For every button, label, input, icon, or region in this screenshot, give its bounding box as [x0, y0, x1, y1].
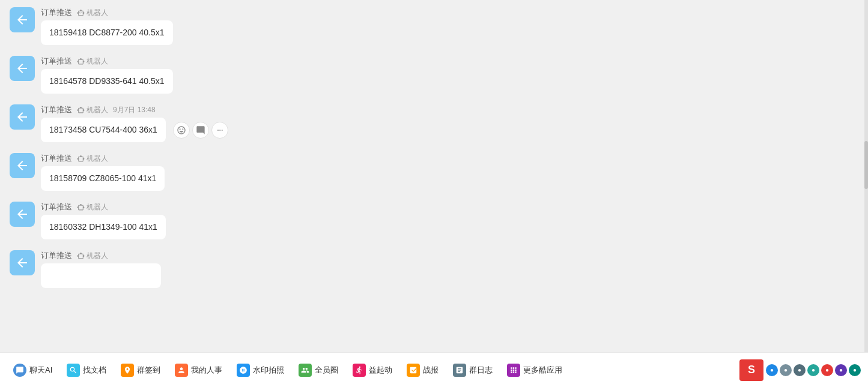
sender-name: 订单推送 — [41, 202, 72, 212]
brand-purple: ● — [835, 364, 847, 376]
avatar — [10, 7, 35, 32]
message-meta: 订单推送 机器人 — [41, 7, 173, 18]
message-content: 订单推送 机器人 18158709 CZ8065-100 41x1 — [41, 153, 165, 191]
battle-report-icon — [407, 364, 420, 377]
brand-icon-group: ● ● ● ● ● ● ● — [766, 364, 861, 376]
emoji-reaction-button[interactable] — [173, 122, 190, 139]
message-text: 18164578 DD9335-641 40.5x1 — [49, 76, 165, 86]
message-group-partial: 订单推送 机器人 — [10, 250, 858, 288]
toolbar-label: 益起动 — [369, 365, 392, 376]
message-group: 订单推送 机器人 18164578 DD9335-641 40.5x1 — [10, 56, 858, 94]
message-content: 订单推送 机器人 9月7日 13:48 18173458 CU7544-400 … — [41, 104, 228, 142]
sender-name: 订单推送 — [41, 56, 72, 67]
toolbar-item-more-apps[interactable]: 更多酷应用 — [501, 360, 568, 380]
group-sign-icon — [121, 364, 134, 377]
message-bubble — [41, 263, 161, 288]
message-text: 18158709 CZ8065-100 41x1 — [49, 173, 156, 183]
toolbar-item-all-circle[interactable]: 全员圈 — [293, 360, 344, 380]
avatar — [10, 153, 35, 178]
robot-label: 机器人 — [86, 56, 108, 67]
avatar — [10, 104, 35, 130]
toolbar-item-watermark[interactable]: 水印拍照 — [231, 360, 290, 380]
avatar — [10, 56, 35, 81]
toolbar-label: 聊天AI — [29, 365, 52, 376]
message-bubble: 18160332 DH1349-100 41x1 — [41, 215, 166, 239]
scrollbar[interactable] — [864, 0, 868, 352]
yi-run-icon — [353, 364, 366, 377]
my-person-icon — [175, 364, 188, 377]
brand-red2: ● — [821, 364, 833, 376]
robot-tag: 机器人 — [77, 8, 108, 18]
avatar — [10, 202, 35, 227]
robot-tag: 机器人 — [77, 56, 108, 67]
bottom-right-icons: S ● ● ● ● ● ● ● — [739, 359, 861, 381]
toolbar-label: 找文档 — [83, 365, 106, 376]
message-group: 订单推送 机器人 18159418 DC8877-200 40.5x1 — [10, 7, 858, 45]
sender-name: 订单推送 — [41, 104, 72, 115]
toolbar-label: 战报 — [423, 365, 439, 376]
message-group: 订单推送 机器人 18160332 DH1349-100 41x1 — [10, 202, 858, 239]
robot-label: 机器人 — [86, 154, 108, 164]
chat-area[interactable]: 订单推送 机器人 18159418 DC8877-200 40.5x1 订单推送… — [0, 0, 868, 352]
robot-label: 机器人 — [86, 8, 108, 18]
brand-blue: ● — [766, 364, 778, 376]
robot-tag: 机器人 — [77, 251, 108, 261]
toolbar-label: 群签到 — [137, 365, 160, 376]
message-meta: 订单推送 机器人 — [41, 153, 165, 164]
group-log-icon — [453, 364, 466, 377]
toolbar-label: 全员圈 — [315, 365, 338, 376]
toolbar-label: 我的人事 — [191, 365, 222, 376]
message-group: 订单推送 机器人 18158709 CZ8065-100 41x1 — [10, 153, 858, 191]
toolbar-label: 水印拍照 — [253, 365, 284, 376]
message-content: 订单推送 机器人 18160332 DH1349-100 41x1 — [41, 202, 166, 239]
message-text: 18159418 DC8877-200 40.5x1 — [49, 28, 165, 37]
comment-button[interactable] — [192, 122, 209, 139]
message-text: 18160332 DH1349-100 41x1 — [49, 222, 157, 232]
message-meta: 订单推送 机器人 9月7日 13:48 — [41, 104, 228, 115]
sender-name: 订单推送 — [41, 250, 72, 261]
robot-tag: 机器人 — [77, 202, 108, 212]
message-bubble: 18173458 CU7544-400 36x1 — [41, 118, 166, 142]
brand-gray: ● — [780, 364, 792, 376]
avatar — [10, 250, 35, 275]
sender-name: 订单推送 — [41, 153, 72, 164]
more-apps-icon — [507, 364, 520, 377]
robot-label: 机器人 — [86, 105, 108, 115]
sender-name: 订单推送 — [41, 7, 72, 18]
message-meta: 订单推送 机器人 — [41, 56, 173, 67]
all-circle-icon — [299, 364, 312, 377]
message-bubble: 18159418 DC8877-200 40.5x1 — [41, 20, 173, 45]
toolbar-item-group-sign[interactable]: 群签到 — [115, 360, 166, 380]
message-bubble: 18158709 CZ8065-100 41x1 — [41, 166, 165, 191]
toolbar-item-yi-run[interactable]: 益起动 — [347, 360, 398, 380]
message-content: 订单推送 机器人 — [41, 250, 161, 288]
toolbar-item-my-person[interactable]: 我的人事 — [169, 360, 228, 380]
brand-green: ● — [849, 364, 861, 376]
bottom-toolbar: 聊天AI 找文档 群签到 我的人事 水印拍照 全员圈 — [0, 352, 868, 387]
message-meta: 订单推送 机器人 — [41, 250, 161, 261]
toolbar-label: 更多酷应用 — [523, 365, 562, 376]
toolbar-item-group-log[interactable]: 群日志 — [447, 360, 499, 380]
toolbar-item-battle-report[interactable]: 战报 — [401, 360, 445, 380]
robot-label: 机器人 — [86, 251, 108, 261]
message-group-with-actions: 订单推送 机器人 9月7日 13:48 18173458 CU7544-400 … — [10, 104, 858, 142]
robot-tag: 机器人 — [77, 154, 108, 164]
robot-label: 机器人 — [86, 202, 108, 212]
scrollbar-thumb[interactable] — [864, 141, 868, 189]
message-content: 订单推送 机器人 18164578 DD9335-641 40.5x1 — [41, 56, 173, 94]
message-content: 订单推送 机器人 18159418 DC8877-200 40.5x1 — [41, 7, 173, 45]
more-actions-button[interactable]: ··· — [211, 122, 228, 139]
brand-icon-red: S — [739, 359, 763, 381]
message-text: 18173458 CU7544-400 36x1 — [49, 125, 157, 134]
toolbar-label: 群日志 — [469, 365, 493, 376]
message-bubble: 18164578 DD9335-641 40.5x1 — [41, 69, 173, 94]
robot-tag: 机器人 — [77, 105, 108, 115]
find-doc-icon — [67, 364, 80, 377]
toolbar-item-liao-ai[interactable]: 聊天AI — [7, 360, 58, 380]
toolbar-item-find-doc[interactable]: 找文档 — [61, 360, 112, 380]
message-meta: 订单推送 机器人 — [41, 202, 166, 212]
liao-ai-icon — [13, 364, 26, 377]
timestamp: 9月7日 13:48 — [113, 105, 156, 115]
watermark-icon — [237, 364, 250, 377]
brand-teal: ● — [807, 364, 819, 376]
